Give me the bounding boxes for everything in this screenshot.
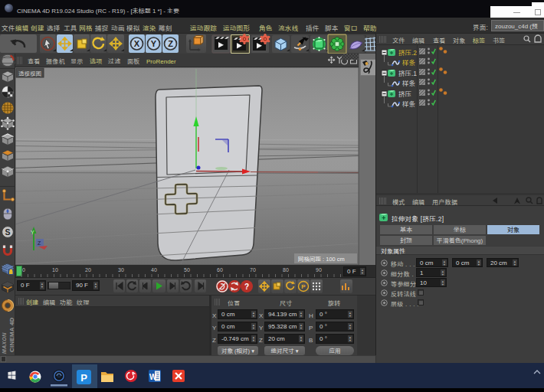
svg-text:CINEMA 4D: CINEMA 4D [8,317,15,352]
svg-text:?: ? [244,283,249,291]
svg-text:网格间距 : 100 cm: 网格间距 : 100 cm [298,254,345,263]
svg-text:40: 40 [151,267,157,273]
svg-text:样条: 样条 [402,99,416,108]
svg-text:90: 90 [316,267,322,273]
svg-text:80: 80 [283,267,289,273]
svg-text:P: P [301,283,306,290]
svg-text:P: P [80,372,87,384]
svg-text:0: 0 [22,267,25,273]
svg-text:Z: Z [168,39,173,48]
svg-text:70: 70 [250,267,256,273]
svg-text:X: X [134,39,140,48]
svg-text:挤压.2: 挤压.2 [398,47,417,57]
svg-text:Y: Y [31,230,34,235]
svg-text:20: 20 [85,267,91,273]
svg-text:透视视图: 透视视图 [18,69,41,77]
svg-text:10: 10 [52,267,58,273]
svg-text:Y: Y [151,39,157,48]
svg-text:50: 50 [184,267,190,273]
svg-text:30: 30 [118,267,124,273]
svg-text:W: W [149,373,157,381]
svg-text:挤压: 挤压 [398,89,412,98]
svg-text:样条: 样条 [402,57,416,67]
svg-text:60: 60 [217,267,223,273]
svg-text:S: S [5,227,10,237]
svg-text:挤压.1: 挤压.1 [398,68,417,77]
svg-text:MAXON: MAXON [2,332,7,354]
svg-text:Z: Z [38,240,41,246]
svg-text:样条: 样条 [402,78,416,87]
